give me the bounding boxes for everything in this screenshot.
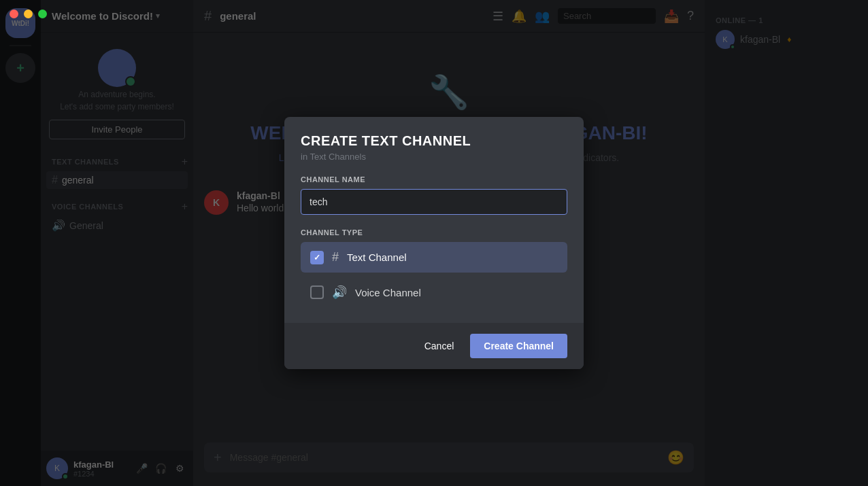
cancel-button[interactable]: Cancel [416,335,463,357]
minimize-button[interactable] [24,10,33,18]
create-channel-modal: CREATE TEXT CHANNEL in Text Channels CHA… [284,117,584,369]
voice-channel-option[interactable]: 🔊 Voice Channel [301,277,567,308]
speaker-type-icon: 🔊 [332,285,347,300]
create-channel-button[interactable]: Create Channel [470,334,567,358]
text-channel-option[interactable]: # Text Channel [301,242,567,273]
channel-type-label: CHANNEL TYPE [301,228,567,237]
modal-footer: Cancel Create Channel [284,323,584,369]
maximize-button[interactable] [38,10,47,18]
hash-type-icon: # [332,250,339,264]
close-button[interactable] [10,10,18,18]
text-channel-checkbox[interactable] [310,251,324,264]
modal-overlay[interactable]: CREATE TEXT CHANNEL in Text Channels CHA… [0,0,868,486]
modal-title: CREATE TEXT CHANNEL [301,133,567,149]
text-channel-type-name: Text Channel [347,251,407,263]
channel-name-label: CHANNEL NAME [301,175,567,184]
voice-channel-checkbox[interactable] [310,285,324,299]
modal-body: CREATE TEXT CHANNEL in Text Channels CHA… [284,117,584,317]
channel-name-input[interactable] [301,189,567,215]
traffic-lights [10,10,47,18]
modal-subtitle: in Text Channels [301,152,567,162]
voice-channel-type-name: Voice Channel [355,287,421,298]
